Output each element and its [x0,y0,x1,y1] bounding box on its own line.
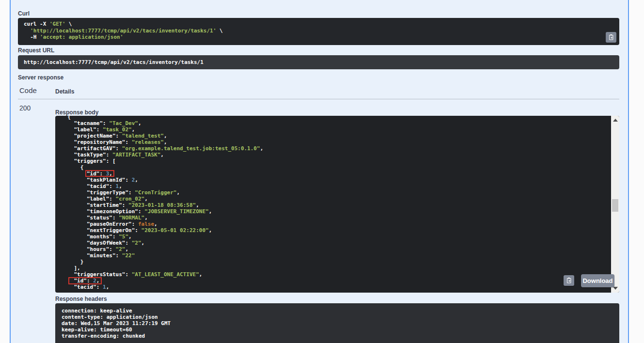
response-body-json: { "tacname": "Tac_Dev", "label": "task_0… [55,116,619,290]
response-copy-button[interactable] [564,275,574,286]
request-url-block: http://localhost:7777/tcmp/api/v2/tacs/i… [18,55,619,69]
scrollbar-thumb[interactable] [612,199,618,212]
curl-command-text: curl -X 'GET' \ 'http://localhost:7777/t… [18,18,619,44]
response-headers-text: connection: keep-alivecontent-type: appl… [55,303,619,343]
request-url-value: http://localhost:7777/tcmp/api/v2/tacs/i… [18,55,619,69]
server-response-label: Server response [18,74,63,81]
curl-label: Curl [18,10,30,17]
response-body-scrollbar[interactable] [611,116,619,293]
download-button[interactable]: Download [581,274,614,287]
response-body-block[interactable]: { "tacname": "Tac_Dev", "label": "task_0… [55,116,619,293]
browser-viewport: { "labels": { "curl": "Curl", "request_u… [0,0,644,343]
responses-table-divider [18,99,619,99]
scrollbar-up-arrow-icon[interactable] [613,119,618,122]
details-column-header: Details [55,88,74,95]
get-operation-panel: Curl curl -X 'GET' \ 'http://localhost:7… [10,0,629,343]
curl-command-block: curl -X 'GET' \ 'http://localhost:7777/t… [18,18,619,45]
response-headers-block: connection: keep-alivecontent-type: appl… [55,303,619,343]
response-body-label: Response body [55,109,98,116]
request-url-label: Request URL [18,47,54,54]
status-code: 200 [19,104,31,112]
copy-to-clipboard-icon [608,34,614,41]
scrollbar-down-arrow-icon[interactable] [613,287,618,290]
response-headers-label: Response headers [55,296,107,302]
copy-to-clipboard-icon [565,277,572,284]
code-column-header: Code [19,86,37,94]
curl-copy-button[interactable] [606,32,616,43]
